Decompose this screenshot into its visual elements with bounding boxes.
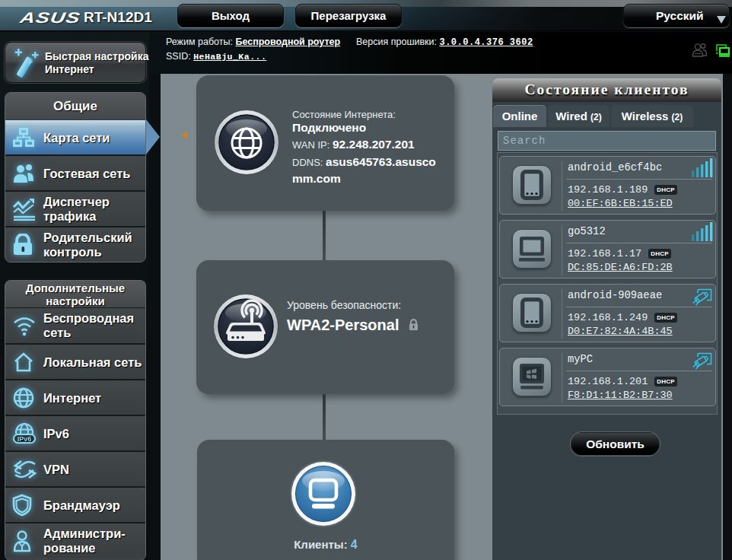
svg-text:IPv6: IPv6 [18,435,32,443]
